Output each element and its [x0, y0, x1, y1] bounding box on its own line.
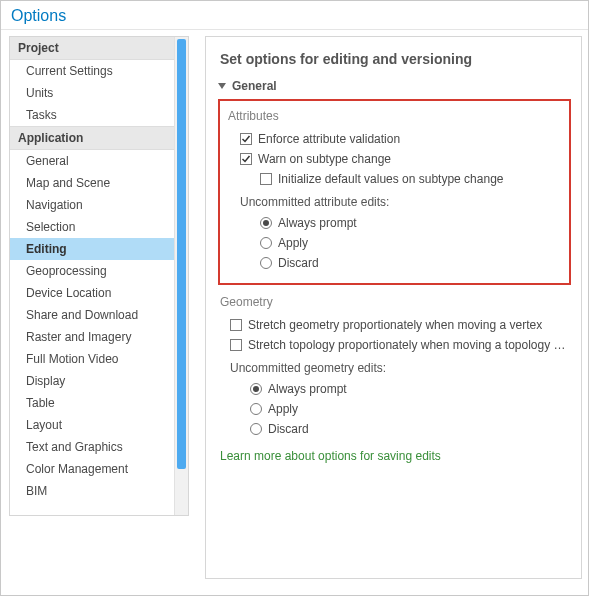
- panel-title: Set options for editing and versioning: [218, 47, 571, 79]
- uncommitted-attr-label: Uncommitted attribute edits:: [228, 189, 561, 213]
- enforce-validation-label: Enforce attribute validation: [258, 132, 400, 146]
- stretch-topology-checkbox[interactable]: Stretch topology proportionately when mo…: [218, 335, 571, 355]
- sidebar-group-header: Project: [10, 37, 174, 60]
- geom-radio-apply-label: Apply: [268, 402, 298, 416]
- radio-icon: [260, 257, 272, 269]
- sidebar-group-header: Application: [10, 126, 174, 150]
- checkbox-icon: [260, 173, 272, 185]
- sidebar-item-tasks[interactable]: Tasks: [10, 104, 174, 126]
- radio-icon: [250, 423, 262, 435]
- sidebar-item-current-settings[interactable]: Current Settings: [10, 60, 174, 82]
- attr-radio-always-label: Always prompt: [278, 216, 357, 230]
- geom-radio-discard[interactable]: Discard: [218, 419, 571, 439]
- dialog-body: ProjectCurrent SettingsUnitsTasksApplica…: [1, 30, 588, 595]
- sidebar-item-geoprocessing[interactable]: Geoprocessing: [10, 260, 174, 282]
- initialize-defaults-label: Initialize default values on subtype cha…: [278, 172, 504, 186]
- section-general-label: General: [232, 79, 277, 93]
- stretch-vertex-checkbox[interactable]: Stretch geometry proportionately when mo…: [218, 315, 571, 335]
- sidebar-item-selection[interactable]: Selection: [10, 216, 174, 238]
- sidebar-item-display[interactable]: Display: [10, 370, 174, 392]
- options-dialog: Options ProjectCurrent SettingsUnitsTask…: [0, 0, 589, 596]
- sidebar: ProjectCurrent SettingsUnitsTasksApplica…: [9, 36, 189, 579]
- geom-radio-discard-label: Discard: [268, 422, 309, 436]
- sidebar-item-device-location[interactable]: Device Location: [10, 282, 174, 304]
- section-general-toggle[interactable]: General: [218, 79, 571, 99]
- sidebar-scroll-thumb[interactable]: [177, 39, 186, 469]
- sidebar-list-container: ProjectCurrent SettingsUnitsTasksApplica…: [9, 36, 189, 516]
- settings-panel: Set options for editing and versioning G…: [205, 36, 582, 579]
- radio-icon: [250, 383, 262, 395]
- attributes-title: Attributes: [228, 107, 561, 129]
- sidebar-scrollbar[interactable]: [174, 37, 188, 515]
- stretch-topology-label: Stretch topology proportionately when mo…: [248, 338, 571, 352]
- sidebar-item-raster-and-imagery[interactable]: Raster and Imagery: [10, 326, 174, 348]
- attr-radio-discard-label: Discard: [278, 256, 319, 270]
- radio-icon: [260, 217, 272, 229]
- sidebar-list: ProjectCurrent SettingsUnitsTasksApplica…: [10, 37, 174, 515]
- sidebar-item-general[interactable]: General: [10, 150, 174, 172]
- learn-more-link[interactable]: Learn more about options for saving edit…: [218, 439, 571, 463]
- sidebar-item-color-management[interactable]: Color Management: [10, 458, 174, 480]
- chevron-down-icon: [218, 83, 226, 89]
- geom-radio-apply[interactable]: Apply: [218, 399, 571, 419]
- window-title: Options: [1, 1, 588, 30]
- sidebar-item-full-motion-video[interactable]: Full Motion Video: [10, 348, 174, 370]
- sidebar-item-layout[interactable]: Layout: [10, 414, 174, 436]
- geom-radio-always[interactable]: Always prompt: [218, 379, 571, 399]
- radio-icon: [250, 403, 262, 415]
- uncommitted-geom-label: Uncommitted geometry edits:: [218, 355, 571, 379]
- sidebar-item-map-and-scene[interactable]: Map and Scene: [10, 172, 174, 194]
- attributes-highlight-box: Attributes Enforce attribute validation …: [218, 99, 571, 285]
- warn-subtype-label: Warn on subtype change: [258, 152, 391, 166]
- radio-icon: [260, 237, 272, 249]
- geom-radio-always-label: Always prompt: [268, 382, 347, 396]
- sidebar-item-units[interactable]: Units: [10, 82, 174, 104]
- sidebar-item-share-and-download[interactable]: Share and Download: [10, 304, 174, 326]
- checkbox-icon: [240, 133, 252, 145]
- attr-radio-discard[interactable]: Discard: [228, 253, 561, 273]
- geometry-title: Geometry: [218, 293, 571, 315]
- initialize-defaults-checkbox[interactable]: Initialize default values on subtype cha…: [228, 169, 561, 189]
- sidebar-item-navigation[interactable]: Navigation: [10, 194, 174, 216]
- checkbox-icon: [230, 319, 242, 331]
- sidebar-item-editing[interactable]: Editing: [10, 238, 174, 260]
- attr-radio-always[interactable]: Always prompt: [228, 213, 561, 233]
- attr-radio-apply-label: Apply: [278, 236, 308, 250]
- sidebar-item-bim[interactable]: BIM: [10, 480, 174, 502]
- stretch-vertex-label: Stretch geometry proportionately when mo…: [248, 318, 542, 332]
- enforce-validation-checkbox[interactable]: Enforce attribute validation: [228, 129, 561, 149]
- sidebar-item-text-and-graphics[interactable]: Text and Graphics: [10, 436, 174, 458]
- checkbox-icon: [230, 339, 242, 351]
- attr-radio-apply[interactable]: Apply: [228, 233, 561, 253]
- checkbox-icon: [240, 153, 252, 165]
- sidebar-item-table[interactable]: Table: [10, 392, 174, 414]
- warn-subtype-checkbox[interactable]: Warn on subtype change: [228, 149, 561, 169]
